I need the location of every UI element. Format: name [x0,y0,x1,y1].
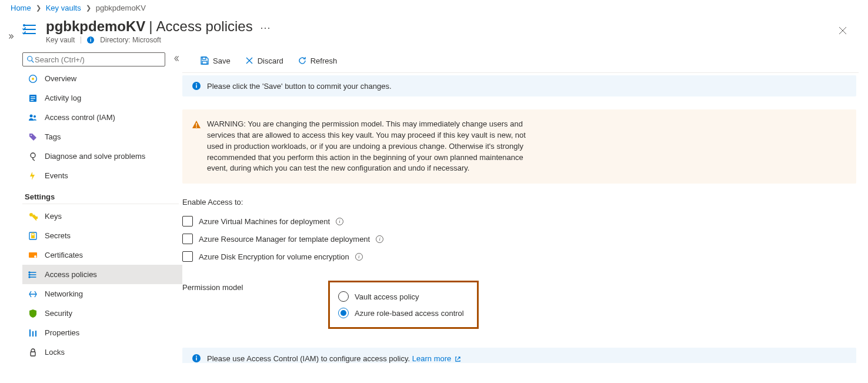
external-link-icon [455,356,461,362]
secrets-icon [28,231,38,241]
radio-vault-policy[interactable] [338,291,349,302]
sidebar-item-label: Properties [45,328,79,337]
svg-rect-23 [31,352,35,356]
save-label: Save [213,56,231,65]
certificates-icon [28,251,38,260]
radio-label: Vault access policy [355,292,419,301]
svg-point-8 [30,114,33,117]
sidebar-item-locks[interactable]: Locks [22,342,182,362]
info-icon[interactable]: i [355,253,363,261]
sidebar-item-label: Overview [45,74,76,83]
svg-point-30 [196,126,197,128]
svg-rect-5 [31,96,35,97]
breadcrumb: Home ❯ Key vaults ❯ pgbkpdemoKV [0,0,868,16]
info-banner: Please click the 'Save' button to commit… [182,75,856,96]
svg-point-0 [23,24,25,26]
save-button[interactable]: Save [194,54,236,68]
breadcrumb-home[interactable]: Home [11,4,31,12]
svg-point-28 [196,84,197,85]
sidebar-item-keys[interactable]: Keys [22,207,182,226]
sidebar-item-label: Tags [45,132,61,141]
sidebar-item-label: Keys [45,212,62,221]
info-icon: i [87,36,94,44]
sidebar-item-secrets[interactable]: Secrets [22,226,182,245]
sidebar-item-access-policies[interactable]: Access policies [22,265,182,284]
search-input-wrap[interactable] [22,52,165,66]
sidebar-item-label: Diagnose and solve problems [45,152,145,161]
sidebar-nav: Overview Activity log Access control (IA… [22,69,182,381]
more-actions-button[interactable]: ⋯ [256,21,275,34]
events-icon [28,171,38,181]
svg-rect-27 [196,85,197,88]
svg-point-17 [29,272,30,273]
breadcrumb-current: pgbkpdemoKV [96,4,146,12]
checkbox-vm-deploy[interactable] [182,216,193,227]
page-header: pgbkpdemoKV | Access policies ⋯ Key vaul… [22,16,862,49]
expand-gutter-button[interactable] [0,16,22,381]
sidebar-item-iam[interactable]: Access control (IAM) [22,108,182,127]
sidebar-item-events[interactable]: Events [22,166,182,185]
diagnose-icon [28,152,38,161]
learn-more-link[interactable]: Learn more [412,354,461,363]
sidebar-item-label: Access control (IAM) [45,113,115,122]
toolbar: Save Discard Refresh [182,49,868,72]
refresh-button[interactable]: Refresh [292,54,343,68]
svg-rect-6 [31,98,35,99]
svg-rect-25 [202,61,207,64]
svg-rect-24 [202,57,206,59]
chevron-right-icon: ❯ [32,4,45,12]
sidebar-item-properties[interactable]: Properties [22,323,182,342]
page-section: Access policies [156,18,253,35]
sidebar-item-certificates[interactable]: Certificates [22,245,182,265]
sidebar-item-label: Events [45,171,68,180]
checkbox-label: Azure Disk Encryption for volume encrypt… [199,252,349,261]
sidebar-item-tags[interactable]: Tags [22,127,182,146]
directory-label: Directory: [100,36,130,44]
tags-icon [28,132,38,142]
iam-hint-text: Please use Access Control (IAM) to confi… [207,354,410,363]
shield-icon [28,309,38,318]
page-title-divider: | [149,18,152,35]
breadcrumb-keyvaults[interactable]: Key vaults [46,4,81,12]
page-title: pgbkpdemoKV [46,18,145,35]
info-icon[interactable]: i [376,235,383,243]
svg-rect-21 [32,331,34,337]
iam-hint-banner: Please use Access Control (IAM) to confi… [182,348,856,363]
info-banner-text: Please click the 'Save' button to commit… [207,82,392,91]
sidebar-item-activity[interactable]: Activity log [22,88,182,108]
sidebar-item-label: Networking [45,289,83,298]
svg-rect-20 [29,329,31,337]
discard-button[interactable]: Discard [239,54,289,68]
resource-type: Key vault [46,36,75,44]
sidebar-item-diagnose[interactable]: Diagnose and solve problems [22,146,182,166]
sidebar-item-networking[interactable]: Networking [22,284,182,304]
svg-point-11 [31,153,35,158]
permission-model-highlight: Vault access policy Azure role-based acc… [328,281,479,329]
sidebar-item-label: Secrets [45,231,71,240]
properties-icon [28,328,38,338]
activity-log-icon [28,94,38,103]
svg-rect-14 [31,235,35,238]
warning-banner-text: WARNING: You are changing the permission… [207,119,536,174]
refresh-label: Refresh [311,56,338,65]
sidebar-item-overview[interactable]: Overview [22,69,182,88]
svg-rect-7 [31,100,34,101]
networking-icon [28,289,38,299]
search-input[interactable] [35,55,161,64]
close-button[interactable] [835,23,850,40]
checkbox-disk-enc[interactable] [182,251,193,262]
enable-access-label: Enable Access to: [182,198,856,207]
chevron-right-icon: ❯ [82,4,95,12]
permission-model-label: Permission model [182,281,328,292]
info-icon[interactable]: i [336,218,343,225]
checkbox-arm-deploy[interactable] [182,234,193,244]
save-icon [200,56,209,65]
collapse-sidebar-button[interactable] [170,52,182,66]
iam-icon [28,113,38,122]
sidebar-item-security[interactable]: Security [22,304,182,323]
radio-rbac[interactable] [338,308,349,318]
svg-point-1 [28,56,32,61]
access-policies-icon [28,270,38,279]
discard-icon [245,56,254,65]
checkbox-label: Azure Virtual Machines for deployment [199,217,330,226]
